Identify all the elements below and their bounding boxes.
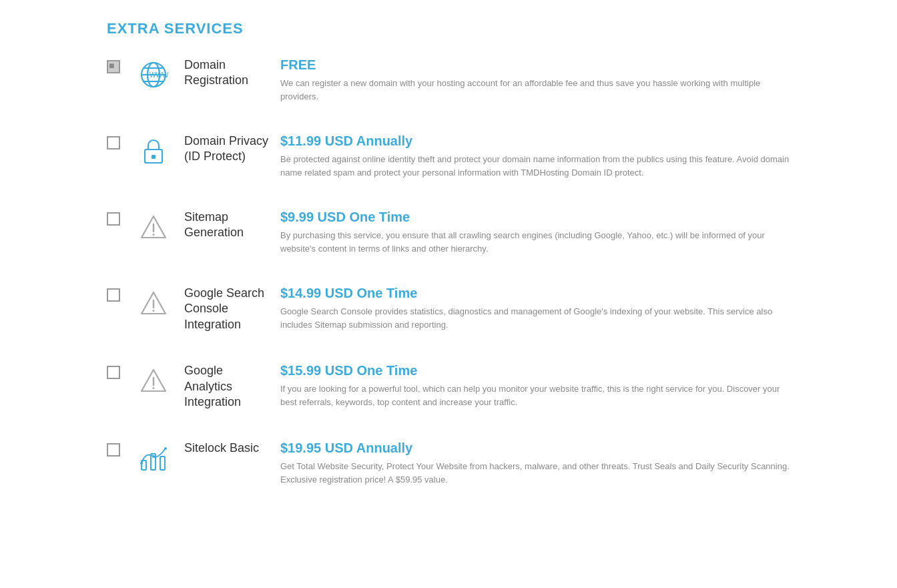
service-row-google-analytics: Google Analytics Integration $15.99 USD … <box>107 363 790 416</box>
service-description-sitemap-generation: By purchasing this service, you ensure t… <box>280 229 790 255</box>
chart-icon-sitelock-basic <box>133 440 174 474</box>
checkbox-domain-registration[interactable] <box>107 57 133 76</box>
svg-point-13 <box>153 387 155 389</box>
service-price-google-search-console: $14.99 USD One Time <box>280 286 790 301</box>
service-price-sitemap-generation: $9.99 USD One Time <box>280 210 790 225</box>
service-price-domain-privacy: $11.99 USD Annually <box>280 133 790 149</box>
service-detail-domain-privacy: $11.99 USD Annually Be protected against… <box>280 133 790 179</box>
checkbox-domain-privacy[interactable] <box>107 133 133 152</box>
service-description-google-search-console: Google Search Console provides statistic… <box>280 305 790 331</box>
service-name-sitelock-basic: Sitelock Basic <box>174 440 280 456</box>
checkbox-sitelock-basic[interactable] <box>107 440 133 459</box>
section-title: EXTRA SERVICES <box>107 20 790 37</box>
service-detail-sitemap-generation: $9.99 USD One Time By purchasing this se… <box>280 210 790 255</box>
checkbox-sitemap-generation[interactable] <box>107 210 133 228</box>
svg-point-11 <box>153 310 155 312</box>
svg-point-17 <box>140 462 143 465</box>
service-row-domain-registration: WWW Domain Registration FREE We can regi… <box>107 57 790 109</box>
svg-rect-7 <box>152 155 156 159</box>
service-name-sitemap-generation: Sitemap Generation <box>174 210 280 241</box>
svg-text:WWW: WWW <box>150 71 169 79</box>
service-name-domain-privacy: Domain Privacy (ID Protect) <box>174 133 280 165</box>
service-description-sitelock-basic: Get Total Website Security, Protect Your… <box>280 460 790 486</box>
warning-icon-sitemap-generation <box>133 210 174 243</box>
service-description-domain-registration: We can register a new domain with your h… <box>280 77 790 103</box>
svg-point-19 <box>164 447 167 450</box>
service-price-domain-registration: FREE <box>280 57 790 73</box>
checkbox-google-analytics[interactable] <box>107 363 133 382</box>
svg-point-9 <box>153 234 155 236</box>
lock-icon-domain-privacy <box>133 133 174 167</box>
svg-point-18 <box>152 455 155 458</box>
service-row-sitelock-basic: Sitelock Basic $19.95 USD Annually Get T… <box>107 440 790 493</box>
warning-icon-google-analytics <box>133 363 174 396</box>
service-name-google-analytics: Google Analytics Integration <box>174 363 280 410</box>
checkbox-google-search-console[interactable] <box>107 286 133 304</box>
service-price-sitelock-basic: $19.95 USD Annually <box>280 440 790 456</box>
warning-icon-google-search-console <box>133 286 174 319</box>
service-name-google-search-console: Google Search Console Integration <box>174 286 280 332</box>
service-price-google-analytics: $15.99 USD One Time <box>280 363 790 378</box>
service-description-google-analytics: If you are looking for a powerful tool, … <box>280 382 790 408</box>
service-row-sitemap-generation: Sitemap Generation $9.99 USD One Time By… <box>107 210 790 262</box>
svg-rect-16 <box>160 457 165 470</box>
globe-icon-domain-registration: WWW <box>133 57 174 91</box>
service-detail-sitelock-basic: $19.95 USD Annually Get Total Website Se… <box>280 440 790 486</box>
service-detail-google-analytics: $15.99 USD One Time If you are looking f… <box>280 363 790 408</box>
service-row-domain-privacy: Domain Privacy (ID Protect) $11.99 USD A… <box>107 133 790 186</box>
service-detail-google-search-console: $14.99 USD One Time Google Search Consol… <box>280 286 790 331</box>
service-description-domain-privacy: Be protected against online identity the… <box>280 153 790 179</box>
service-detail-domain-registration: FREE We can register a new domain with y… <box>280 57 790 103</box>
service-name-domain-registration: Domain Registration <box>174 57 280 89</box>
service-row-google-search-console: Google Search Console Integration $14.99… <box>107 286 790 339</box>
